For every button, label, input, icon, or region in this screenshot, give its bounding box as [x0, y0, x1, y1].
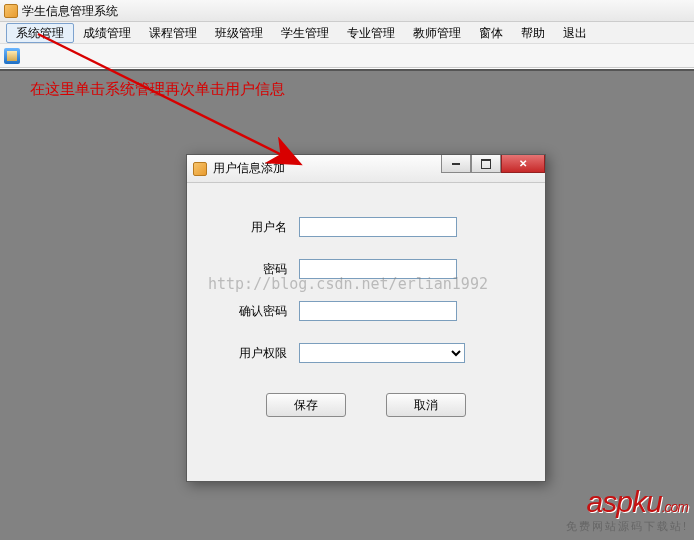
- maximize-button[interactable]: [471, 155, 501, 173]
- app-icon: [4, 4, 18, 18]
- menu-classes[interactable]: 班级管理: [206, 22, 272, 43]
- menu-courses[interactable]: 课程管理: [140, 22, 206, 43]
- dialog-titlebar[interactable]: 用户信息添加: [187, 155, 545, 183]
- logo-tagline: 免费网站源码下载站!: [566, 519, 688, 534]
- site-logo: aspku.com 免费网站源码下载站!: [566, 485, 688, 534]
- menu-windows[interactable]: 窗体: [470, 22, 512, 43]
- password-input[interactable]: [299, 259, 457, 279]
- username-input[interactable]: [299, 217, 457, 237]
- window-title: 学生信息管理系统: [22, 0, 118, 22]
- password-label: 密码: [227, 261, 299, 278]
- role-select[interactable]: [299, 343, 465, 363]
- dialog-icon: [193, 162, 207, 176]
- logo-name: aspku: [587, 485, 662, 518]
- minimize-button[interactable]: [441, 155, 471, 173]
- menu-exit[interactable]: 退出: [554, 22, 596, 43]
- confirm-password-input[interactable]: [299, 301, 457, 321]
- picture-tool-icon[interactable]: [4, 48, 20, 64]
- menubar: 系统管理 成绩管理 课程管理 班级管理 学生管理 专业管理 教师管理 窗体 帮助…: [0, 22, 694, 44]
- role-label: 用户权限: [227, 345, 299, 362]
- menu-grades[interactable]: 成绩管理: [74, 22, 140, 43]
- add-user-dialog: 用户信息添加 用户名 密码 确认密码 用户权限 保存 取消: [186, 154, 546, 482]
- confirm-password-label: 确认密码: [227, 303, 299, 320]
- cancel-button[interactable]: 取消: [386, 393, 466, 417]
- save-button[interactable]: 保存: [266, 393, 346, 417]
- logo-suffix: .com: [662, 499, 688, 515]
- menu-help[interactable]: 帮助: [512, 22, 554, 43]
- menu-majors[interactable]: 专业管理: [338, 22, 404, 43]
- username-label: 用户名: [227, 219, 299, 236]
- main-titlebar: 学生信息管理系统: [0, 0, 694, 22]
- close-button[interactable]: [501, 155, 545, 173]
- menu-teachers[interactable]: 教师管理: [404, 22, 470, 43]
- annotation-text: 在这里单击系统管理再次单击用户信息: [30, 80, 285, 99]
- menu-students[interactable]: 学生管理: [272, 22, 338, 43]
- menu-system[interactable]: 系统管理: [6, 23, 74, 43]
- toolbar: [0, 44, 694, 68]
- dialog-form: 用户名 密码 确认密码 用户权限 保存 取消: [187, 183, 545, 417]
- dialog-title-text: 用户信息添加: [213, 160, 285, 177]
